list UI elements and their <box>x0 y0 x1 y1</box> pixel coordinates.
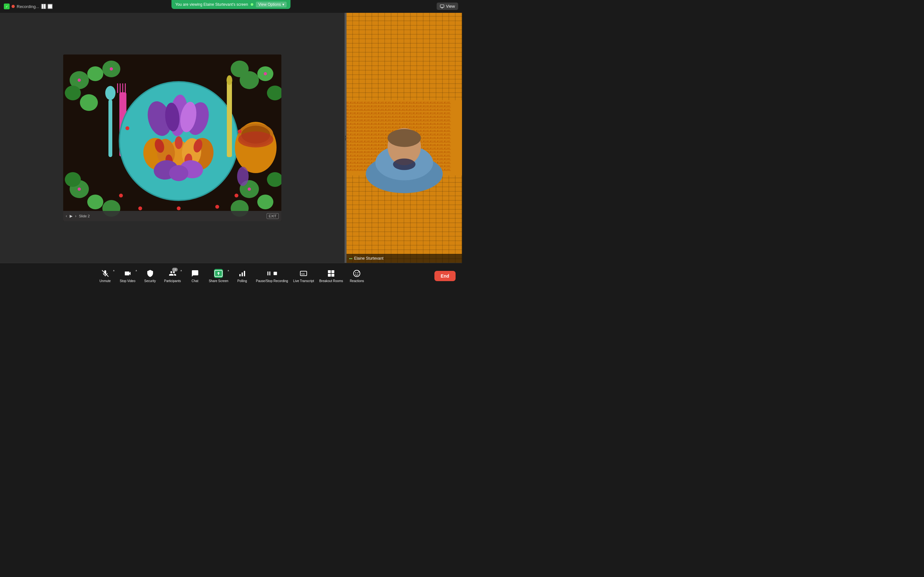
svg-point-45 <box>175 136 183 149</box>
emoji-icon <box>353 269 360 278</box>
svg-point-58 <box>237 167 249 186</box>
svg-rect-76 <box>242 272 243 276</box>
participant-count-badge: 19 <box>172 268 178 271</box>
recording-indicator: ✓ Recording... <box>4 3 53 9</box>
unmute-button[interactable]: Unmute ▲ <box>94 267 116 285</box>
svg-point-59 <box>126 126 129 130</box>
svg-point-71 <box>388 129 421 147</box>
pause-stop-recording-label: Pause/Stop Recording <box>256 279 288 283</box>
chevron-down-icon: ▾ <box>282 2 284 7</box>
svg-point-12 <box>231 61 249 77</box>
participants-button[interactable]: 19 Participants ▲ <box>162 267 184 285</box>
live-transcript-button[interactable]: CC Live Transcript <box>291 267 317 285</box>
slide-next-btn[interactable]: › <box>75 214 76 218</box>
unmute-arrow[interactable]: ▲ <box>113 269 115 272</box>
svg-rect-29 <box>120 83 121 93</box>
svg-point-72 <box>393 159 415 170</box>
svg-point-26 <box>105 86 115 100</box>
view-button[interactable]: View <box>437 3 458 10</box>
end-button[interactable]: End <box>435 271 456 281</box>
recording-controls <box>41 4 53 9</box>
svg-rect-31 <box>125 83 126 93</box>
view-icon <box>440 4 444 9</box>
slide-container: ‹ ▶ › Slide 2 EXIT <box>63 55 281 221</box>
svg-point-14 <box>87 195 103 210</box>
share-active-dot <box>250 3 253 6</box>
reactions-button[interactable]: Reactions <box>346 267 368 285</box>
svg-point-15 <box>65 172 81 187</box>
share-screen-label: Share Screen <box>209 279 228 283</box>
share-screen-button[interactable]: Share Screen ▲ <box>206 267 231 285</box>
svg-rect-79 <box>270 271 270 276</box>
svg-point-64 <box>138 206 142 210</box>
stop-video-label: Stop Video <box>120 279 136 283</box>
view-label: View <box>446 4 455 9</box>
svg-point-6 <box>65 85 81 100</box>
svg-rect-78 <box>268 271 268 276</box>
slide-prev-btn[interactable]: ‹ <box>66 214 67 218</box>
chat-button[interactable]: Chat <box>184 267 206 285</box>
video-name-bar: ▪▪▪ Elaine Sturtevant <box>347 254 462 263</box>
polling-button[interactable]: Polling <box>231 267 254 285</box>
people-icon: 19 <box>169 269 176 278</box>
security-label: Security <box>144 279 156 283</box>
svg-point-88 <box>355 272 357 274</box>
share-screen-arrow[interactable]: ▲ <box>227 269 230 272</box>
slide-play-btn[interactable]: ▶ <box>69 214 73 218</box>
artwork-svg <box>63 55 281 221</box>
svg-point-63 <box>177 206 181 210</box>
video-icon <box>124 269 132 278</box>
stop-video-button[interactable]: Stop Video ▲ <box>116 267 139 285</box>
svg-rect-30 <box>122 83 123 93</box>
share-screen-icon <box>214 269 223 278</box>
polling-label: Polling <box>237 279 247 283</box>
video-pattern-svg: KLKLKLKLKLKLKLKLKLKLKLKLKLKLKLKLKLKLKLKL… <box>347 13 462 263</box>
svg-rect-83 <box>328 270 331 273</box>
svg-point-51 <box>169 165 188 181</box>
svg-point-8 <box>80 94 98 111</box>
breakout-rooms-button[interactable]: Breakout Rooms <box>317 267 346 285</box>
svg-point-21 <box>78 79 81 82</box>
slide-toolbar: ‹ ▶ › Slide 2 EXIT <box>63 211 281 221</box>
shield-icon: ✓ <box>4 3 10 9</box>
svg-rect-80 <box>274 272 277 276</box>
grid-icon <box>327 269 335 278</box>
svg-point-23 <box>264 72 267 75</box>
participants-label: Participants <box>164 279 181 283</box>
svg-point-61 <box>119 193 123 197</box>
cc-icon: CC <box>300 269 307 278</box>
reactions-label: Reactions <box>350 279 364 283</box>
artwork-display <box>63 55 281 221</box>
pause-recording-icon <box>266 269 278 278</box>
unmute-label: Unmute <box>99 279 111 283</box>
stop-video-arrow[interactable]: ▲ <box>135 269 137 272</box>
mic-slash-icon <box>102 269 109 278</box>
slide-number: Slide 2 <box>79 214 90 218</box>
svg-rect-28 <box>117 83 118 93</box>
svg-point-65 <box>215 205 219 209</box>
participant-name-label: Elaine Sturtevant <box>354 256 383 261</box>
svg-point-22 <box>110 67 113 71</box>
svg-rect-77 <box>244 271 245 276</box>
svg-point-89 <box>357 272 359 274</box>
bottom-toolbar: Unmute ▲ Stop Video ▲ Security 19 Partic… <box>0 263 462 288</box>
svg-rect-27 <box>108 99 112 157</box>
slide-exit-btn[interactable]: EXIT <box>267 213 279 219</box>
video-background-pattern: KLKLKLKLKLKLKLKLKLKLKLKLKLKLKLKLKLKLKLKL… <box>347 13 462 263</box>
view-options-button[interactable]: View Options ▾ <box>256 2 286 7</box>
svg-point-57 <box>238 131 273 147</box>
pause-stop-recording-button[interactable]: Pause/Stop Recording <box>254 267 291 285</box>
stop-recording-btn[interactable] <box>47 4 53 9</box>
pause-recording-btn[interactable] <box>41 4 46 9</box>
svg-point-62 <box>234 193 238 197</box>
security-button[interactable]: Security <box>139 267 162 285</box>
share-banner: You are viewing Elaine Sturtevant's scre… <box>171 0 290 9</box>
share-banner-text: You are viewing Elaine Sturtevant's scre… <box>175 2 248 7</box>
chat-label: Chat <box>192 279 198 283</box>
svg-point-5 <box>87 66 103 81</box>
svg-rect-0 <box>440 5 444 7</box>
participants-arrow[interactable]: ▲ <box>180 269 183 272</box>
svg-rect-86 <box>331 274 334 277</box>
participant-video-panel: KLKLKLKLKLKLKLKLKLKLKLKLKLKLKLKLKLKLKLKL… <box>347 13 462 263</box>
svg-text:CC: CC <box>301 272 305 276</box>
